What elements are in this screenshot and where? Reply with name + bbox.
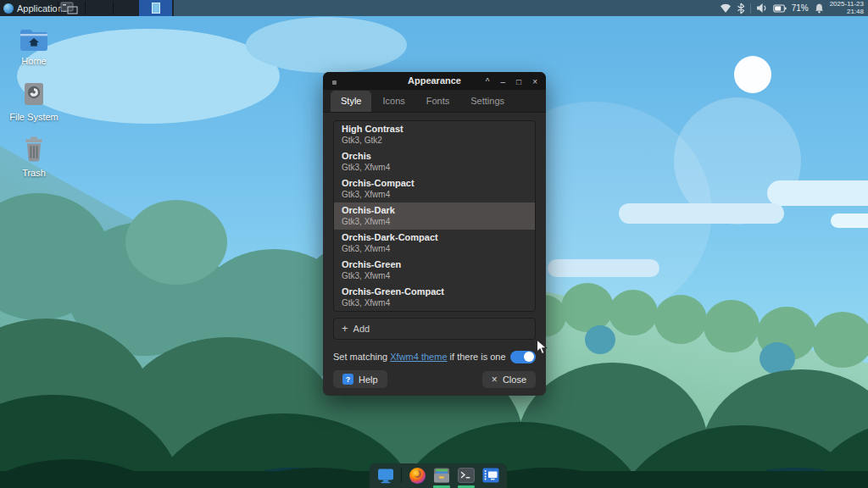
xfwm-match-toggle[interactable] xyxy=(510,351,536,363)
theme-name: Orchis-Dark xyxy=(342,204,527,216)
help-button-label: Help xyxy=(359,374,378,385)
tab-fonts[interactable]: Fonts xyxy=(416,91,460,112)
appearance-window: Appearance ^–□× StyleIconsFontsSettings … xyxy=(323,72,546,396)
drive-icon xyxy=(22,81,46,107)
desktop-icon-label: Home xyxy=(7,56,61,66)
style-tab-content: High ContrastGtk3, Gtk2OrchisGtk3, Xfwm4… xyxy=(323,113,546,363)
window-menu-icon[interactable] xyxy=(332,80,337,85)
clock-time: 21:48 xyxy=(830,8,864,16)
firefox-icon xyxy=(409,467,426,485)
theme-row[interactable]: Orchis-Green-CompactGtk3, Xfwm4 xyxy=(334,284,535,311)
panel-separator xyxy=(85,2,86,14)
window-button-appearance-active[interactable] xyxy=(139,0,172,16)
home-folder-icon xyxy=(19,27,49,51)
plus-icon: + xyxy=(342,324,348,333)
dock-separator xyxy=(401,468,402,483)
bush-shape xyxy=(812,312,868,368)
cloud-shape xyxy=(767,180,868,206)
cloud-shape xyxy=(619,203,784,224)
theme-detail: Gtk3, Xfwm4 xyxy=(342,270,527,281)
maximize-button[interactable]: □ xyxy=(516,78,521,86)
titlebar[interactable]: Appearance ^–□× xyxy=(323,72,546,90)
theme-detail: Gtk3, Xfwm4 xyxy=(342,243,527,254)
tab-icons[interactable]: Icons xyxy=(372,91,415,112)
close-button[interactable]: × xyxy=(532,78,537,86)
bush-shape xyxy=(561,283,614,332)
theme-detail: Gtk3, Gtk2 xyxy=(342,135,527,146)
theme-row[interactable]: Orchis-DarkGtk3, Xfwm4 xyxy=(334,202,535,230)
theme-name: Orchis-Compact xyxy=(342,177,527,189)
desktop-icon-label: File System xyxy=(7,112,61,122)
window-button-terminal[interactable] xyxy=(60,2,82,14)
minimize-button[interactable]: – xyxy=(501,78,506,86)
battery-icon[interactable] xyxy=(773,4,787,13)
bush-shape xyxy=(585,325,615,354)
theme-detail: Gtk3, Xfwm4 xyxy=(342,297,527,308)
dock xyxy=(370,463,507,488)
desktop-icon-label: Trash xyxy=(7,168,61,178)
cloud-shape xyxy=(548,259,659,277)
theme-name: Orchis-Dark-Compact xyxy=(342,231,527,243)
panel-separator xyxy=(58,2,58,14)
tray-separator xyxy=(750,3,751,14)
cloud-shape xyxy=(831,214,868,228)
tab-settings[interactable]: Settings xyxy=(460,91,515,112)
desktop-icon-trash[interactable]: Trash xyxy=(7,136,61,178)
cloud-shape xyxy=(246,17,407,73)
xfwm-match-row: Set matching Xfwm4 theme if there is one xyxy=(333,351,536,363)
terminal-icon xyxy=(457,467,476,484)
theme-detail: Gtk3, Xfwm4 xyxy=(342,216,527,227)
theme-row[interactable]: High ContrastGtk3, Gtk2 xyxy=(334,121,535,148)
xfwm-match-suffix: if there is one xyxy=(448,352,506,362)
theme-detail: Gtk3, Xfwm4 xyxy=(342,162,527,173)
theme-row[interactable]: Orchis-CompactGtk3, Xfwm4 xyxy=(334,175,535,202)
window-controls: ^–□× xyxy=(486,72,537,92)
panel-separator xyxy=(113,2,114,14)
clock-widget[interactable]: 2025-11-23 21:48 xyxy=(830,1,864,15)
wifi-icon[interactable] xyxy=(720,3,732,14)
shade-button[interactable]: ^ xyxy=(486,78,490,86)
dialog-footer: ? Help × Close xyxy=(323,363,546,396)
close-x-icon: × xyxy=(492,374,498,385)
theme-row[interactable]: Orchis-GreenGtk3, Xfwm4 xyxy=(334,257,535,284)
xfwm-match-text: Set matching Xfwm4 theme if there is one xyxy=(333,352,506,362)
close-button[interactable]: × Close xyxy=(482,371,536,388)
desktop-icon-home[interactable]: Home xyxy=(7,27,61,66)
dock-item-terminal[interactable] xyxy=(457,466,476,485)
theme-row[interactable]: Orchis-Dark-CompactGtk3, Xfwm4 xyxy=(334,230,535,257)
sun-shape xyxy=(734,56,771,93)
desktop-icon-file-system[interactable]: File System xyxy=(7,81,61,122)
bluetooth-icon[interactable] xyxy=(737,3,745,14)
add-theme-button[interactable]: + Add xyxy=(333,318,536,340)
theme-name: Orchis-Green-Compact xyxy=(342,286,527,297)
style-list: High ContrastGtk3, Gtk2OrchisGtk3, Xfwm4… xyxy=(333,120,536,312)
tab-style[interactable]: Style xyxy=(331,91,371,112)
theme-name: High Contrast xyxy=(342,123,527,135)
theme-row[interactable]: OrchisGtk3, Xfwm4 xyxy=(334,148,535,175)
cursor-arrow-icon xyxy=(536,339,548,356)
show-desktop-icon xyxy=(376,467,395,485)
bush-shape xyxy=(704,300,760,352)
help-button[interactable]: ? Help xyxy=(333,370,387,388)
distro-logo-icon xyxy=(3,3,14,14)
terminal-window-icon xyxy=(60,2,82,14)
dock-item-firefox[interactable] xyxy=(408,466,426,485)
tree-shape xyxy=(125,200,227,285)
volume-icon[interactable] xyxy=(756,3,768,14)
theme-detail: Gtk3, Xfwm4 xyxy=(342,189,527,200)
xfwm4-theme-link[interactable]: Xfwm4 theme xyxy=(390,352,447,362)
dock-item-display-settings[interactable] xyxy=(481,466,500,485)
dock-item-file-manager[interactable] xyxy=(432,466,451,485)
notifications-bell-icon[interactable] xyxy=(814,3,825,14)
battery-percent-label: 71% xyxy=(792,3,809,13)
dock-item-show-desktop[interactable] xyxy=(376,466,395,485)
panel-status-area: 71% 2025-11-23 21:48 xyxy=(720,0,868,16)
window-thumbnail-icon xyxy=(152,3,160,14)
theme-name: Orchis-Green xyxy=(342,258,527,270)
desktop-screen: Home File System Trash Applications xyxy=(0,0,868,488)
tab-bar: StyleIconsFontsSettings xyxy=(323,90,546,113)
close-button-label: Close xyxy=(503,374,526,385)
mouse-cursor xyxy=(536,339,548,359)
theme-name: Orchis xyxy=(342,150,527,162)
top-panel: Applications xyxy=(0,0,868,16)
